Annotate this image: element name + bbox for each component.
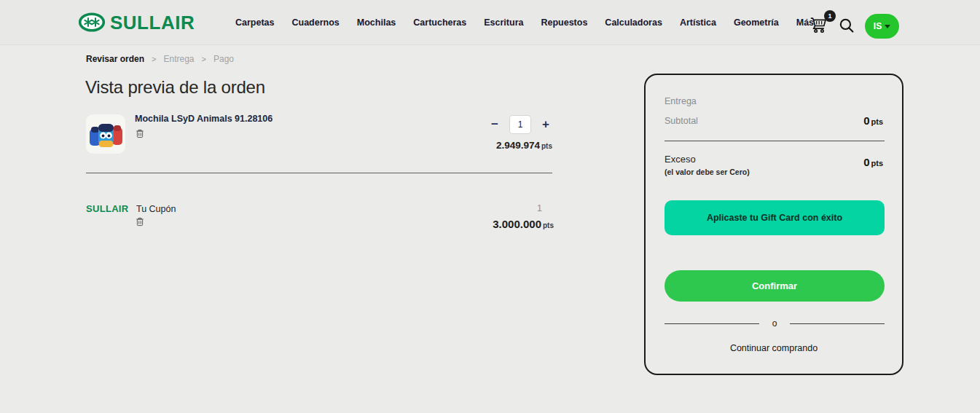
- breadcrumb-separator: >: [152, 55, 156, 63]
- coupon-price-value: 3.000.000: [493, 218, 541, 230]
- breadcrumb-revisar-orden[interactable]: Revisar orden: [86, 54, 144, 64]
- product-price-unit: pts: [541, 142, 552, 150]
- or-divider: o: [665, 318, 885, 329]
- excess-note: (el valor debe ser Cero): [665, 168, 750, 176]
- breadcrumb-entrega: Entrega: [163, 54, 194, 64]
- nav-item-repuestos[interactable]: Repuestos: [541, 17, 587, 28]
- giftcard-status-button[interactable]: Aplicaste tu Gift Card con éxito: [665, 200, 885, 235]
- coupon-price: 3.000.000pts: [493, 218, 554, 230]
- chevron-down-icon: [885, 25, 890, 28]
- subtotal-amount: 0: [863, 114, 869, 127]
- coupon-price-unit: pts: [543, 221, 554, 229]
- brand-logo[interactable]: SULLAIR: [79, 12, 195, 32]
- trash-icon: [136, 130, 144, 141]
- trash-icon: [136, 218, 144, 229]
- continue-shopping-link[interactable]: Continuar comprando: [646, 343, 902, 353]
- delete-coupon-button[interactable]: [136, 217, 144, 227]
- delete-product-button[interactable]: [136, 129, 144, 138]
- account-initials: IS: [874, 21, 882, 31]
- breadcrumb-separator: >: [202, 55, 206, 63]
- divider-line: [790, 323, 885, 324]
- coupon-brand: SULLAIR: [86, 203, 128, 214]
- nav-item-cuadernos[interactable]: Cuadernos: [292, 17, 340, 28]
- product-price: 2.949.974pts: [496, 140, 552, 151]
- breadcrumb-pago: Pago: [213, 54, 234, 64]
- header: SULLAIR Carpetas Cuadernos Mochilas Cart…: [0, 0, 980, 45]
- nav-item-carpetas[interactable]: Carpetas: [235, 17, 275, 28]
- or-label: o: [772, 318, 777, 329]
- divider-line: [665, 323, 759, 324]
- cart-count-badge: 1: [824, 10, 836, 22]
- nav-item-artistica[interactable]: Artística: [680, 17, 716, 28]
- quantity-decrease-button[interactable]: −: [488, 115, 501, 134]
- delivery-label: Entrega: [665, 96, 697, 106]
- account-button[interactable]: IS: [865, 14, 899, 39]
- coupon-quantity: 1: [537, 203, 542, 213]
- quantity-input[interactable]: [509, 115, 531, 134]
- brand-name: SULLAIR: [110, 13, 195, 32]
- summary-divider: [665, 141, 885, 141]
- breadcrumb: Revisar orden > Entrega > Pago: [86, 54, 234, 64]
- subtotal-label: Subtotal: [665, 116, 698, 126]
- excess-value: 0pts: [863, 156, 883, 168]
- product-price-value: 2.949.974: [496, 140, 540, 151]
- order-summary-panel: Entrega Subtotal 0pts Exceso (el valor d…: [644, 74, 903, 375]
- excess-unit: pts: [871, 159, 884, 168]
- product-name: Mochila LSyD Animals 91.28106: [135, 114, 273, 124]
- subtotal-unit: pts: [871, 117, 884, 126]
- excess-label: Exceso: [665, 154, 696, 165]
- nav-item-calculadoras[interactable]: Calculadoras: [605, 17, 662, 28]
- subtotal-value: 0pts: [863, 114, 883, 127]
- cart-button[interactable]: 1: [809, 15, 831, 35]
- quantity-increase-button[interactable]: +: [539, 115, 552, 134]
- confirm-button[interactable]: Confirmar: [665, 270, 885, 302]
- nav-item-mochilas[interactable]: Mochilas: [357, 17, 396, 28]
- coupon-name: Tu Cupón: [136, 204, 176, 214]
- cart-icon: [809, 24, 828, 36]
- nav-item-geometria[interactable]: Geometría: [734, 17, 779, 28]
- search-button[interactable]: [839, 17, 855, 36]
- search-icon: [839, 23, 855, 36]
- excess-amount: 0: [863, 156, 869, 168]
- page: SULLAIR Carpetas Cuadernos Mochilas Cart…: [0, 0, 980, 413]
- item-divider: [86, 173, 552, 173]
- main-nav: Carpetas Cuadernos Mochilas Cartucheras …: [235, 0, 814, 45]
- nav-item-escritura[interactable]: Escritura: [484, 17, 523, 28]
- product-image: [86, 114, 125, 154]
- page-title: Vista previa de la orden: [85, 77, 265, 98]
- nav-item-cartucheras[interactable]: Cartucheras: [413, 17, 466, 28]
- brand-logo-icon: [79, 12, 105, 32]
